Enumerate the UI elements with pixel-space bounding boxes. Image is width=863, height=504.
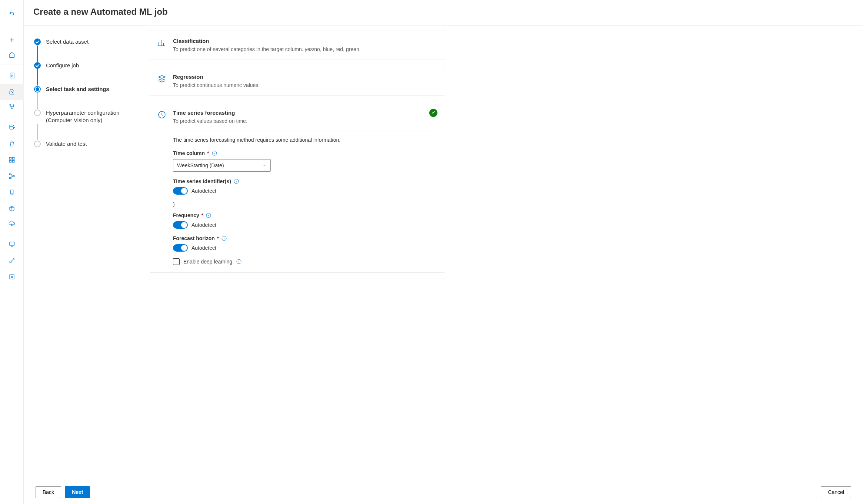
info-icon[interactable]: [206, 212, 211, 218]
step-validate[interactable]: Validate and test: [34, 140, 128, 148]
toggle-label: Autodetect: [191, 188, 216, 194]
svg-point-1: [10, 104, 11, 105]
stray-text: ): [173, 201, 437, 207]
svg-rect-6: [12, 157, 14, 159]
svg-rect-8: [12, 161, 14, 162]
nav-designer-icon[interactable]: [0, 100, 24, 116]
step-marker-done-icon: [34, 62, 41, 69]
svg-point-14: [10, 261, 11, 263]
page-title: Create a new Automated ML job: [33, 7, 853, 17]
task-desc: To predict continuous numeric values.: [173, 82, 437, 88]
svg-rect-7: [9, 161, 11, 162]
info-icon[interactable]: [221, 235, 227, 241]
svg-point-2: [13, 104, 14, 105]
toggle-label: Autodetect: [191, 245, 216, 251]
svg-rect-0: [10, 73, 14, 78]
forecasting-intro: The time series forecasting method requi…: [173, 137, 437, 143]
ts-identifiers-toggle[interactable]: [173, 187, 188, 195]
next-card-peek: [149, 279, 445, 282]
nav-jobs-icon[interactable]: [0, 135, 24, 152]
nav-datastores-icon[interactable]: [0, 252, 24, 269]
svg-rect-11: [9, 178, 11, 179]
nav-models-icon[interactable]: [0, 201, 24, 217]
svg-point-4: [10, 125, 14, 127]
chart-bar-icon: [157, 38, 166, 47]
nav-pipelines-icon[interactable]: [0, 168, 24, 184]
nav-linked-icon[interactable]: [0, 269, 24, 285]
layers-icon: [157, 74, 166, 83]
selected-check-icon: [429, 109, 437, 117]
svg-rect-9: [9, 174, 11, 175]
nav-data-icon[interactable]: [0, 119, 24, 135]
task-forecasting[interactable]: Time series forecasting To predict value…: [149, 102, 445, 273]
task-title: Regression: [173, 74, 437, 80]
deep-learning-label: Enable deep learning: [183, 259, 232, 265]
wizard-stepper: Select data asset Configure job Select t…: [24, 26, 137, 480]
time-column-select[interactable]: WeekStarting (Date): [173, 159, 271, 172]
time-column-label: Time column *: [173, 150, 437, 156]
task-classification[interactable]: Classification To predict one of several…: [149, 30, 445, 60]
frequency-label: Frequency *: [173, 212, 437, 218]
wizard-footer: Back Next Cancel: [24, 480, 863, 504]
back-button[interactable]: Back: [36, 486, 61, 498]
step-connector: [37, 46, 38, 62]
svg-rect-13: [9, 242, 14, 245]
nav-environments-icon[interactable]: [0, 184, 24, 201]
cancel-button[interactable]: Cancel: [821, 486, 851, 498]
clock-icon: [157, 110, 166, 119]
nav-endpoints-icon[interactable]: [0, 217, 24, 233]
task-desc: To predict values based on time.: [173, 118, 437, 124]
nav-new-icon[interactable]: [0, 32, 24, 48]
frequency-toggle[interactable]: [173, 221, 188, 229]
task-title: Classification: [173, 38, 437, 44]
next-button[interactable]: Next: [65, 486, 90, 498]
step-hyperparameter[interactable]: Hyperparameter configuration (Computer V…: [34, 109, 128, 124]
svg-rect-12: [10, 190, 13, 194]
nav-components-icon[interactable]: [0, 152, 24, 168]
step-select-data-asset[interactable]: Select data asset: [34, 38, 128, 46]
svg-rect-10: [13, 176, 14, 177]
nav-back-icon[interactable]: [0, 5, 24, 21]
step-marker-current-icon: [34, 86, 41, 93]
page-header: Create a new Automated ML job: [24, 0, 863, 26]
step-configure-job[interactable]: Configure job: [34, 62, 128, 69]
toggle-label: Autodetect: [191, 222, 216, 228]
chevron-down-icon: [262, 163, 267, 168]
step-connector: [37, 93, 38, 109]
step-marker-todo-icon: [34, 141, 41, 147]
info-icon[interactable]: [236, 259, 242, 265]
horizon-toggle[interactable]: [173, 244, 188, 252]
nav-compute-icon[interactable]: [0, 236, 24, 252]
task-desc: To predict one of several categories in …: [173, 46, 437, 52]
step-connector: [37, 69, 38, 85]
task-regression[interactable]: Regression To predict continuous numeric…: [149, 66, 445, 96]
nav-automl-icon[interactable]: [0, 84, 24, 100]
nav-home-icon[interactable]: [0, 48, 24, 64]
step-select-task[interactable]: Select task and settings: [34, 85, 128, 93]
horizon-label: Forecast horizon *: [173, 235, 437, 241]
task-title: Time series forecasting: [173, 110, 437, 116]
info-icon[interactable]: [211, 150, 217, 156]
step-marker-done-icon: [34, 38, 41, 45]
step-connector: [37, 124, 38, 140]
step-marker-todo-icon: [34, 110, 41, 116]
svg-point-3: [11, 108, 12, 109]
nav-rail: [0, 0, 24, 504]
deep-learning-checkbox[interactable]: [173, 258, 180, 265]
forecasting-settings: The time series forecasting method requi…: [173, 131, 437, 265]
svg-rect-5: [9, 157, 11, 159]
ts-identifiers-label: Time series identifier(s): [173, 178, 437, 184]
nav-notebooks-icon[interactable]: [0, 67, 24, 84]
info-icon[interactable]: [233, 178, 239, 184]
